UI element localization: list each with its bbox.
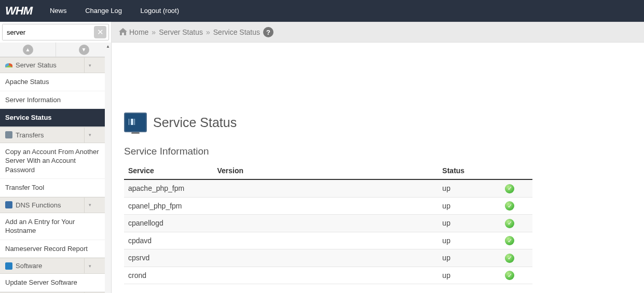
- breadcrumb-separator: »: [152, 28, 156, 36]
- section-title: Service Information: [124, 146, 632, 157]
- sidebar-item-update-server-software[interactable]: Update Server Software: [0, 274, 105, 292]
- sidebar-item-apache-status[interactable]: Apache Status: [0, 73, 105, 91]
- collapse-all-button[interactable]: ▲: [0, 43, 56, 57]
- top-nav-links: News Change Log Logout (root): [42, 0, 187, 22]
- sidebar-group-label: Transfers: [16, 131, 44, 139]
- home-icon: [119, 28, 127, 37]
- cell-status: up: [438, 249, 501, 267]
- table-row: crondup✓: [124, 267, 532, 284]
- cell-service: cpanel_php_fpm: [124, 197, 213, 215]
- clear-search-icon[interactable]: ✕: [94, 26, 106, 38]
- cell-indicator: ✓: [501, 215, 532, 232]
- table-row: cpdavdup✓: [124, 232, 532, 249]
- col-indicator: [501, 162, 532, 179]
- nav-news[interactable]: News: [42, 0, 75, 22]
- col-version: Version: [213, 162, 439, 179]
- expand-all-button[interactable]: ▼: [56, 43, 112, 57]
- cell-status: up: [438, 179, 501, 197]
- cell-indicator: ✓: [501, 197, 532, 215]
- search-input[interactable]: [3, 24, 94, 40]
- status-ok-icon: ✓: [505, 236, 514, 245]
- cell-service: cpsrvd: [124, 249, 213, 267]
- cell-indicator: ✓: [501, 249, 532, 267]
- status-ok-icon: ✓: [505, 271, 514, 280]
- sidebar-item-add-a-entry[interactable]: Add an A Entry for Your Hostname: [0, 213, 105, 240]
- server-status-icon: [5, 63, 12, 67]
- breadcrumb-current: Service Status: [213, 28, 260, 36]
- cell-service: cpdavd: [124, 232, 213, 249]
- cell-status: up: [438, 232, 501, 249]
- sidebar: ▲ ▼ Server Status ▾ Apache Status Server…: [0, 43, 112, 293]
- sidebar-nav-controls: ▲ ▼: [0, 43, 112, 57]
- cell-version: [213, 179, 439, 197]
- breadcrumb: Home » Server Status » Service Status ?: [112, 22, 644, 43]
- nav-change-log[interactable]: Change Log: [77, 0, 130, 22]
- chevron-up-icon: ▲: [23, 45, 33, 55]
- cell-service: cpanellogd: [124, 215, 213, 232]
- sidebar-group-server-status[interactable]: Server Status ▾: [0, 57, 105, 73]
- page-header: Service Status: [124, 113, 632, 132]
- chevron-down-icon[interactable]: ▾: [84, 128, 95, 143]
- cell-version: [213, 267, 439, 284]
- cell-version: [213, 249, 439, 267]
- help-icon[interactable]: ?: [263, 27, 273, 37]
- cell-service: crond: [124, 267, 213, 284]
- cell-status: up: [438, 197, 501, 215]
- cell-status: up: [438, 267, 501, 284]
- breadcrumb-home[interactable]: Home: [129, 28, 148, 36]
- sidebar-item-service-status[interactable]: Service Status: [0, 109, 105, 127]
- software-icon: [5, 262, 12, 270]
- table-row: cpanellogdup✓: [124, 215, 532, 232]
- sidebar-item-nameserver-report[interactable]: Nameserver Record Report: [0, 240, 105, 258]
- page-title: Service Status: [153, 115, 237, 130]
- status-ok-icon: ✓: [505, 219, 514, 228]
- table-row: cpanel_php_fpmup✓: [124, 197, 532, 215]
- dns-icon: [5, 201, 12, 208]
- transfers-icon: [5, 131, 12, 138]
- cell-version: [213, 197, 439, 215]
- sidebar-group-dns[interactable]: DNS Functions ▾: [0, 197, 105, 213]
- cell-indicator: ✓: [501, 267, 532, 284]
- table-row: cpsrvdup✓: [124, 249, 532, 267]
- service-table: Service Version Status apache_php_fpmup✓…: [124, 162, 532, 284]
- breadcrumb-server-status[interactable]: Server Status: [159, 28, 203, 36]
- cell-version: [213, 232, 439, 249]
- sidebar-search: ✕: [0, 22, 112, 43]
- cell-version: [213, 215, 439, 232]
- sidebar-item-transfer-tool[interactable]: Transfer Tool: [0, 179, 105, 197]
- sidebar-group-software[interactable]: Software ▾: [0, 258, 105, 274]
- cell-status: up: [438, 215, 501, 232]
- sidebar-group-label: Software: [16, 262, 42, 270]
- chevron-down-icon[interactable]: ▾: [84, 198, 95, 213]
- status-ok-icon: ✓: [505, 254, 514, 263]
- col-status: Status: [438, 162, 501, 179]
- chevron-down-icon: ▼: [79, 45, 89, 55]
- status-ok-icon: ✓: [505, 201, 514, 211]
- sidebar-scrollbar[interactable]: ▲: [105, 43, 111, 293]
- sidebar-group-label: DNS Functions: [16, 201, 61, 209]
- table-row: apache_php_fpmup✓: [124, 179, 532, 197]
- sidebar-item-copy-account[interactable]: Copy an Account From Another Server With…: [0, 143, 105, 179]
- status-ok-icon: ✓: [505, 184, 514, 193]
- col-service: Service: [124, 162, 213, 179]
- main-content: Service Status Service Information Servi…: [112, 43, 644, 293]
- service-status-icon: [124, 113, 147, 132]
- chevron-down-icon[interactable]: ▾: [84, 258, 95, 273]
- cell-indicator: ✓: [501, 179, 532, 197]
- chevron-down-icon[interactable]: ▾: [84, 58, 95, 73]
- app-logo: WHM: [5, 4, 32, 18]
- scroll-up-icon: ▲: [105, 43, 111, 50]
- search-breadcrumb-row: ✕ Home » Server Status » Service Status …: [0, 22, 644, 43]
- sidebar-group-label: Server Status: [16, 61, 57, 69]
- sidebar-group-transfers[interactable]: Transfers ▾: [0, 127, 105, 143]
- top-navbar: WHM News Change Log Logout (root): [0, 0, 644, 22]
- cell-service: apache_php_fpm: [124, 179, 213, 197]
- breadcrumb-separator: »: [206, 28, 210, 36]
- cell-indicator: ✓: [501, 232, 532, 249]
- nav-logout[interactable]: Logout (root): [132, 0, 187, 22]
- sidebar-item-server-information[interactable]: Server Information: [0, 91, 105, 109]
